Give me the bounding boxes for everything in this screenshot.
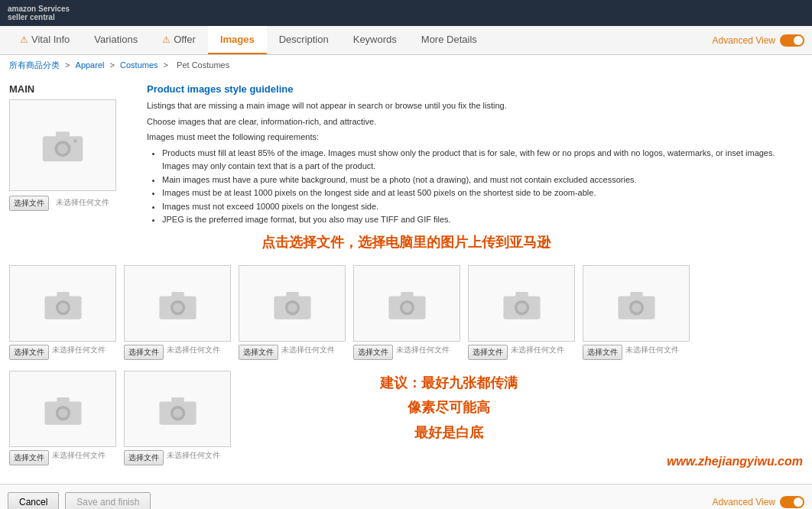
- select-file-btn-1[interactable]: 选择文件: [9, 345, 49, 360]
- file-btns-7: 选择文件 未选择任何文件: [9, 450, 106, 465]
- watermark-area: www.zhejiangyiwu.com: [667, 455, 803, 468]
- img-box-sm-3: [239, 265, 346, 342]
- main-no-file-label: 未选择任何文件: [52, 196, 113, 211]
- chinese-note-2: 建议：最好九张都传满像素尽可能高最好是白底: [246, 368, 651, 448]
- tab-variations-label: Variations: [94, 34, 138, 45]
- img-box-sm-1: [9, 265, 116, 342]
- file-btns-6: 选择文件 未选择任何文件: [583, 345, 679, 360]
- save-button[interactable]: Save and finish: [65, 492, 151, 509]
- advanced-view-top: Advanced View: [713, 34, 805, 47]
- svg-point-11: [173, 303, 182, 312]
- main-select-file-btn[interactable]: 选择文件: [9, 196, 49, 211]
- svg-rect-12: [171, 292, 184, 297]
- svg-rect-16: [286, 292, 299, 297]
- select-file-btn-4[interactable]: 选择文件: [353, 345, 393, 360]
- tab-description[interactable]: Description: [267, 26, 341, 54]
- tab-images[interactable]: Images: [208, 26, 267, 54]
- guideline-item-4: Images must not exceed 10000 pixels on t…: [162, 200, 803, 214]
- image-grid-6: 选择文件 未选择任何文件 选择文件 未选择任何文件: [9, 258, 803, 368]
- bottom-section: 选择文件 未选择任何文件 选择文件 未选择任何文件: [9, 368, 803, 468]
- tab-offer-label: Offer: [174, 34, 196, 45]
- tab-vital-info-label: Vital Info: [31, 34, 70, 45]
- section-label-main: MAIN: [9, 83, 132, 95]
- guideline-list: Products must fill at least 85% of the i…: [147, 147, 803, 228]
- img-cell-3: 选择文件 未选择任何文件: [239, 265, 346, 360]
- svg-rect-32: [57, 397, 70, 403]
- no-file-8: 未选择任何文件: [167, 450, 220, 465]
- tab-images-label: Images: [220, 34, 255, 45]
- breadcrumb-all[interactable]: 所有商品分类: [9, 60, 60, 70]
- img-box-sm-2: [124, 265, 231, 342]
- guideline-item-3: Images must be at least 1000 pixels on t…: [162, 186, 803, 200]
- svg-point-2: [57, 143, 68, 154]
- footer-advanced-view: Advanced View: [713, 496, 805, 508]
- breadcrumb-current: Pet Costumes: [177, 60, 229, 70]
- tab-vital-info[interactable]: ⚠ Vital Info: [8, 26, 82, 54]
- file-btns-5: 选择文件 未选择任何文件: [468, 345, 564, 360]
- svg-rect-24: [515, 292, 528, 297]
- tab-offer[interactable]: ⚠ Offer: [150, 26, 208, 54]
- watermark: www.zhejiangyiwu.com: [667, 455, 803, 468]
- tab-keywords-label: Keywords: [353, 34, 397, 45]
- file-btns-3: 选择文件 未选择任何文件: [239, 345, 335, 360]
- breadcrumb-costumes[interactable]: Costumes: [120, 60, 158, 70]
- img-cell-7: 选择文件 未选择任何文件: [9, 371, 116, 465]
- tab-variations[interactable]: Variations: [82, 26, 150, 54]
- guideline-intro-1: Listings that are missing a main image w…: [147, 99, 803, 112]
- img-cell-2: 选择文件 未选择任何文件: [124, 265, 231, 360]
- guideline-intro-2: Choose images that are clear, informatio…: [147, 115, 803, 128]
- header: amazon Services seller central: [0, 0, 812, 26]
- logo: amazon Services seller central: [8, 5, 70, 21]
- tab-keywords[interactable]: Keywords: [341, 26, 409, 54]
- no-file-4: 未选择任何文件: [396, 345, 450, 360]
- file-btns-4: 选择文件 未选择任何文件: [353, 345, 450, 360]
- select-file-btn-8[interactable]: 选择文件: [124, 450, 164, 465]
- breadcrumb: 所有商品分类 > Apparel > Costumes > Pet Costum…: [0, 55, 812, 76]
- guideline-item-2: Main images must have a pure white backg…: [162, 173, 803, 187]
- tab-description-label: Description: [279, 34, 329, 45]
- guideline-title: Product images style guideline: [147, 83, 803, 95]
- svg-point-27: [632, 303, 641, 312]
- file-btns-1: 选择文件 未选择任何文件: [9, 345, 106, 360]
- main-image-box: [9, 99, 116, 191]
- main-content: MAIN 选择文件 未选择任何文件 Product ima: [0, 76, 812, 476]
- guidelines-col: Product images style guideline Listings …: [147, 83, 803, 227]
- svg-rect-3: [56, 131, 70, 138]
- select-file-btn-7[interactable]: 选择文件: [9, 450, 49, 465]
- advanced-view-toggle[interactable]: [780, 34, 804, 47]
- img-box-sm-5: [468, 265, 575, 342]
- select-file-btn-6[interactable]: 选择文件: [583, 345, 622, 360]
- breadcrumb-apparel[interactable]: Apparel: [76, 60, 105, 70]
- chinese-note-1: 点击选择文件，选择电脑里的图片上传到亚马逊: [9, 227, 803, 258]
- main-image-col: MAIN 选择文件 未选择任何文件: [9, 83, 132, 227]
- img-box-sm-6: [583, 265, 690, 342]
- select-file-btn-3[interactable]: 选择文件: [239, 345, 278, 360]
- content-area: MAIN 选择文件 未选择任何文件 Product ima: [9, 83, 803, 227]
- logo-line2: seller central: [8, 13, 70, 21]
- guideline-intro-3: Images must meet the following requireme…: [147, 131, 803, 144]
- img-cell-5: 选择文件 未选择任何文件: [468, 265, 575, 360]
- no-file-3: 未选择任何文件: [281, 345, 335, 360]
- svg-point-23: [517, 303, 526, 312]
- footer-advanced-view-toggle[interactable]: [780, 496, 804, 508]
- select-file-btn-2[interactable]: 选择文件: [124, 345, 164, 360]
- footer-advanced-view-label: Advanced View: [713, 497, 776, 507]
- tab-more-details[interactable]: More Details: [409, 26, 489, 54]
- chinese-note-2-area: 建议：最好九张都传满像素尽可能高最好是白底: [246, 368, 651, 448]
- no-file-7: 未选择任何文件: [52, 450, 106, 465]
- img-cell-4: 选择文件 未选择任何文件: [353, 265, 460, 360]
- img-box-sm-7: [9, 371, 116, 447]
- img-cell-6: 选择文件 未选择任何文件: [583, 265, 690, 360]
- svg-point-7: [58, 303, 67, 312]
- select-file-btn-5[interactable]: 选择文件: [468, 345, 508, 360]
- svg-point-19: [402, 303, 411, 312]
- main-file-btns: 选择文件 未选择任何文件: [9, 196, 132, 211]
- no-file-6: 未选择任何文件: [625, 345, 679, 360]
- no-file-5: 未选择任何文件: [511, 345, 564, 360]
- cancel-button[interactable]: Cancel: [8, 492, 59, 509]
- svg-rect-8: [57, 292, 70, 297]
- footer: Cancel Save and finish Advanced View: [0, 484, 812, 509]
- warn-icon-vital: ⚠: [20, 34, 28, 45]
- file-btns-2: 选择文件 未选择任何文件: [124, 345, 220, 360]
- footer-buttons: Cancel Save and finish: [8, 492, 151, 509]
